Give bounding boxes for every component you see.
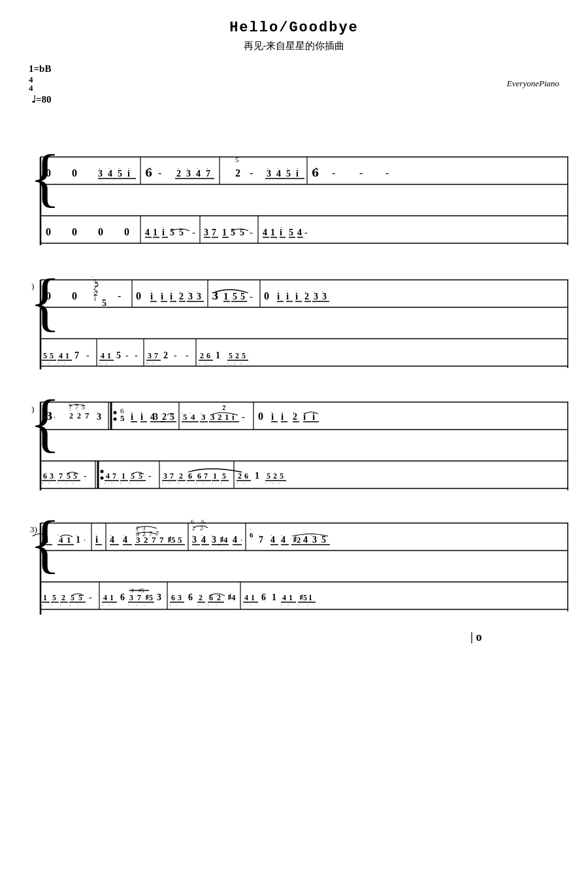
svg-text:7: 7 xyxy=(212,228,216,237)
svg-text:2̂: 2̂ xyxy=(222,405,226,411)
svg-text:·: · xyxy=(162,481,163,486)
svg-text:7: 7 xyxy=(204,471,208,481)
svg-text:5: 5 xyxy=(231,228,235,237)
svg-text:1: 1 xyxy=(67,535,71,545)
svg-text:5: 5 xyxy=(120,413,125,423)
svg-text:-: - xyxy=(148,471,152,481)
svg-text:·: · xyxy=(302,532,303,538)
svg-text:2: 2 xyxy=(163,350,168,360)
svg-text:·: · xyxy=(144,602,145,608)
svg-text:·: · xyxy=(162,224,163,230)
svg-text:| o: | o xyxy=(470,630,482,643)
svg-text:·: · xyxy=(57,360,59,366)
svg-text:·: · xyxy=(42,602,43,608)
svg-text:0: 0 xyxy=(72,226,77,237)
svg-text:5: 5 xyxy=(52,593,56,602)
svg-text:{: { xyxy=(29,507,61,580)
svg-text:·: · xyxy=(212,288,213,295)
svg-text:2: 2 xyxy=(144,535,148,545)
svg-text:5: 5 xyxy=(43,351,47,360)
svg-text:·: · xyxy=(277,165,278,171)
svg-text:1: 1 xyxy=(308,593,312,602)
svg-text:0: 0 xyxy=(46,167,51,178)
svg-text:·: · xyxy=(76,532,77,538)
svg-text:·: · xyxy=(75,401,76,407)
svg-text:2: 2 xyxy=(162,412,167,422)
svg-text:·: · xyxy=(212,532,213,538)
svg-text:5: 5 xyxy=(170,228,174,237)
svg-text:5: 5 xyxy=(102,298,106,308)
svg-text:·: · xyxy=(51,602,52,608)
svg-point-225 xyxy=(114,411,117,415)
svg-text:5: 5 xyxy=(235,156,239,163)
svg-text:3: 3 xyxy=(136,535,140,545)
svg-text:·: · xyxy=(128,165,129,171)
svg-text:·: · xyxy=(136,602,137,608)
svg-text:·: · xyxy=(304,288,306,295)
svg-text:♯5: ♯5 xyxy=(145,593,153,602)
svg-text:5: 5 xyxy=(289,228,293,237)
svg-text:·: · xyxy=(179,288,180,295)
page: Hello/Goodbye 再见-来自星星的你插曲 1=bB 4 4 ♩=80 … xyxy=(0,0,588,884)
svg-text:1: 1 xyxy=(110,593,114,602)
svg-text:·: · xyxy=(69,602,71,608)
svg-text:1: 1 xyxy=(216,350,220,360)
svg-text:0: 0 xyxy=(258,411,263,422)
svg-text:3: 3 xyxy=(204,228,208,237)
svg-text:·: · xyxy=(106,360,107,366)
svg-text:♯5: ♯5 xyxy=(167,535,176,545)
svg-text:5: 5 xyxy=(178,535,182,545)
svg-text:·: · xyxy=(295,288,297,295)
svg-text:·: · xyxy=(69,401,70,407)
svg-text:2: 2 xyxy=(200,351,204,360)
svg-text:2: 2 xyxy=(217,593,221,602)
svg-text:·: · xyxy=(102,602,103,608)
svg-text:·: · xyxy=(281,532,282,538)
meta-row: 1=bB 4 4 ♩=80 EveryonePiano xyxy=(26,61,562,106)
svg-text:·: · xyxy=(108,602,110,608)
svg-text:-: - xyxy=(125,350,129,360)
key-signature: 1=bB xyxy=(29,63,51,74)
svg-text:-: - xyxy=(250,227,253,237)
svg-text:·: · xyxy=(177,165,178,171)
svg-text:3: 3 xyxy=(154,412,158,422)
svg-text:·: · xyxy=(197,288,198,295)
svg-text:·: · xyxy=(72,481,73,486)
svg-text:3: 3 xyxy=(50,471,54,481)
svg-text:4: 4 xyxy=(244,593,248,602)
svg-text:·: · xyxy=(287,602,289,608)
svg-text:6: 6 xyxy=(261,592,266,602)
svg-text:4: 4 xyxy=(303,535,308,545)
svg-text:2: 2 xyxy=(235,167,240,178)
svg-text:·: · xyxy=(64,360,65,366)
svg-point-226 xyxy=(114,418,117,421)
svg-text:·: · xyxy=(169,481,170,486)
svg-text:·: · xyxy=(120,481,122,486)
svg-text:0: 0 xyxy=(98,226,103,237)
svg-text:-: - xyxy=(84,471,87,481)
svg-text:·: · xyxy=(311,532,312,538)
svg-text:-: - xyxy=(174,350,177,360)
svg-text:·: · xyxy=(170,288,171,295)
svg-text:{: { xyxy=(29,265,61,338)
svg-text:6: 6 xyxy=(43,471,47,481)
svg-text:-: - xyxy=(89,592,92,602)
svg-text:·: · xyxy=(250,526,251,532)
svg-text:): ) xyxy=(31,404,34,414)
svg-text:5: 5 xyxy=(280,471,284,481)
svg-text:·: · xyxy=(128,602,129,608)
svg-text:6: 6 xyxy=(171,593,175,602)
svg-text:1: 1 xyxy=(289,593,293,602)
svg-text:·: · xyxy=(281,409,282,415)
svg-text:3: 3 xyxy=(157,592,161,602)
svg-text:·: · xyxy=(118,165,120,171)
svg-text:·: · xyxy=(110,532,111,538)
svg-text:♯2: ♯2 xyxy=(293,535,301,545)
svg-text:6: 6 xyxy=(191,518,194,525)
svg-text:·: · xyxy=(287,165,288,171)
svg-text:3: 3 xyxy=(312,535,317,545)
svg-text:6: 6 xyxy=(244,471,248,481)
svg-text:-: - xyxy=(242,411,245,422)
svg-text:·: · xyxy=(95,532,97,538)
svg-text:♯5: ♯5 xyxy=(299,593,307,602)
